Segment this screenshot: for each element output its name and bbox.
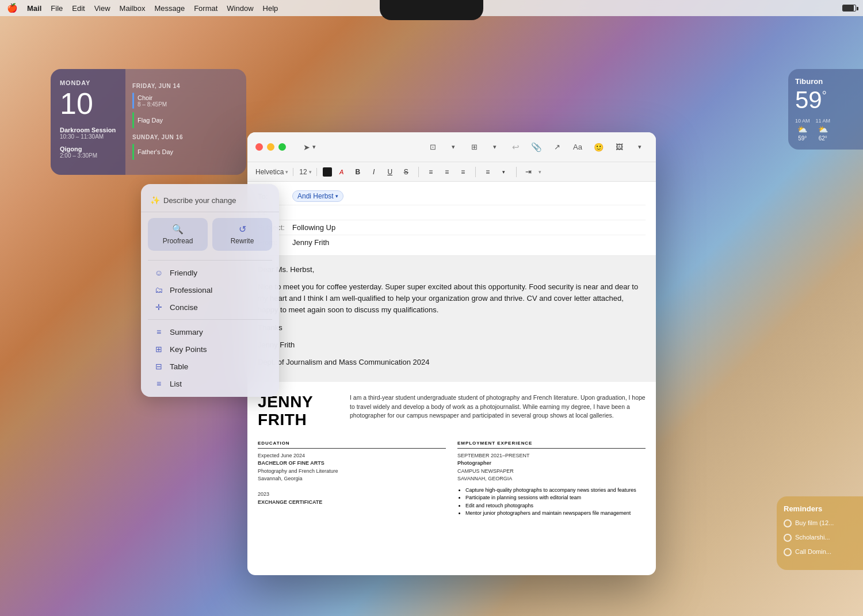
photo-icon[interactable]: 🖼 — [611, 139, 627, 155]
weather-hour-1-time: 10 AM — [795, 118, 810, 124]
undo-icon[interactable]: ↩ — [507, 139, 524, 155]
ai-sparkle-icon: ✨ — [150, 196, 160, 205]
menu-item-message[interactable]: Message — [154, 4, 185, 13]
calendar-event-2-time: 2:00 – 3:30PM — [60, 152, 116, 159]
ai-describe-row[interactable]: ✨ Describe your change — [141, 192, 279, 212]
bold-btn[interactable]: B — [352, 166, 364, 178]
font-size-icon[interactable]: Aa — [570, 139, 586, 155]
mail-window: ➤ ▾ ⊡ ▾ ⊞ ▾ ↩ 📎 ↗ Aa 🙂 🖼 ▾ Helvetica ▾ 1… — [247, 132, 656, 575]
proofread-label: Proofread — [152, 237, 203, 245]
rewrite-button[interactable]: ↺ Rewrite — [212, 218, 272, 251]
concise-icon: ✛ — [154, 303, 164, 312]
reminder-text-3: Call Domin... — [795, 548, 831, 556]
mail-from-row: From: Jenny Frith — [258, 235, 646, 250]
subject-value[interactable]: Following Up — [292, 223, 335, 232]
summary-label: Summary — [170, 328, 203, 336]
to-chip[interactable]: Andi Herbst ▾ — [292, 190, 343, 202]
fullscreen-button[interactable] — [278, 143, 286, 151]
summary-icon: ≡ — [154, 327, 164, 336]
format-dropdown-icon[interactable]: ▾ — [487, 139, 503, 155]
from-value: Jenny Frith — [292, 238, 329, 247]
mail-cc-row: Cc: — [258, 205, 646, 220]
proofread-icon: 🔍 — [152, 224, 203, 235]
menu-item-format[interactable]: Format — [194, 4, 217, 13]
calendar-event-bar-2 — [132, 112, 134, 128]
align-right-btn[interactable]: ≡ — [457, 166, 469, 178]
font-name: Helvetica — [255, 168, 284, 176]
concise-label: Concise — [170, 303, 198, 312]
reminders-title: Reminders — [784, 504, 856, 513]
ai-action-row: 🔍 Proofread ↺ Rewrite — [141, 218, 279, 257]
link-icon[interactable]: ↗ — [549, 139, 565, 155]
indent-btn[interactable]: ⇥ — [522, 166, 535, 178]
list-btn[interactable]: ≡ — [482, 166, 494, 178]
italic-btn[interactable]: I — [368, 166, 380, 178]
calendar-right-panel: FRIDAY, JUN 14 Choir 8 – 8:45PM Flag Day… — [125, 69, 246, 175]
calendar-future-event-choir: Choir 8 – 8:45PM — [132, 93, 239, 109]
toolbar-divider-2 — [475, 167, 476, 177]
strikethrough-format-btn[interactable]: S — [400, 166, 413, 178]
attachment-icon[interactable]: 📎 — [528, 139, 544, 155]
menu-item-edit[interactable]: Edit — [72, 4, 85, 13]
send-button[interactable]: ➤ ▾ — [297, 140, 322, 154]
minimize-button[interactable] — [267, 143, 274, 151]
calendar-event-2-name: Qigong — [60, 146, 116, 152]
ai-friendly-item[interactable]: ☺ Friendly — [144, 264, 276, 281]
calendar-left-panel: MONDAY 10 Darkroom Session 10:30 – 11:30… — [51, 69, 125, 175]
align-center-btn[interactable]: ≡ — [441, 166, 453, 178]
menu-item-mailbox[interactable]: Mailbox — [120, 4, 146, 13]
ai-describe-label: Describe your change — [163, 196, 236, 205]
menu-item-window[interactable]: Window — [227, 4, 253, 13]
proofread-button[interactable]: 🔍 Proofread — [148, 218, 208, 251]
keypoints-icon: ⊞ — [154, 345, 164, 354]
resume-education-section: EDUCATION Expected June 2024 BACHELOR OF… — [258, 441, 446, 518]
compose-icon[interactable]: ⊡ — [425, 139, 441, 155]
mail-resume-attachment: JENNYFRITH I am a third-year student und… — [247, 382, 656, 529]
rewrite-icon: ↺ — [217, 224, 268, 235]
ai-professional-item[interactable]: 🗂 Professional — [144, 281, 276, 299]
strikethrough-btn[interactable]: A — [335, 166, 348, 178]
emoji-icon[interactable]: 🙂 — [590, 139, 606, 155]
resume-education-entry: Expected June 2024 BACHELOR OF FINE ARTS… — [258, 452, 446, 507]
resume-name: JENNYFRITH — [258, 393, 333, 429]
font-size-selector[interactable]: 12 ▾ — [299, 168, 316, 176]
font-selector[interactable]: Helvetica ▾ — [255, 168, 293, 176]
calendar-event-bar-3 — [132, 144, 134, 160]
indent-dropdown[interactable]: ▾ — [539, 169, 541, 175]
ai-summary-item[interactable]: ≡ Summary — [144, 323, 276, 340]
photo-dropdown-icon[interactable]: ▾ — [632, 139, 648, 155]
reminder-text-1: Buy film (12... — [795, 519, 834, 527]
ai-concise-item[interactable]: ✛ Concise — [144, 299, 276, 316]
menu-bar-right — [842, 5, 856, 12]
calendar-future-event-flagday: Flag Day — [132, 112, 239, 128]
compose-dropdown-icon[interactable]: ▾ — [445, 139, 461, 155]
ai-divider-1 — [148, 260, 272, 261]
reminder-text-2: Scholarshi... — [795, 533, 830, 541]
underline-btn[interactable]: U — [384, 166, 396, 178]
menu-item-file[interactable]: File — [51, 4, 63, 13]
calendar-future-day-2: SUNDAY, JUN 16 — [132, 134, 239, 140]
align-left-btn[interactable]: ≡ — [425, 166, 437, 178]
menu-item-help[interactable]: Help — [263, 4, 278, 13]
ai-writing-panel: ✨ Describe your change 🔍 Proofread ↺ Rew… — [141, 184, 279, 397]
mail-body[interactable]: Dear Ms. Herbst, Nice to meet you for co… — [247, 256, 656, 382]
calendar-event-bar-1 — [132, 93, 134, 109]
ai-list-item[interactable]: ≡ List — [144, 375, 276, 392]
resume-bullet-4: Mentor junior photographers and maintain… — [465, 510, 646, 518]
ai-divider-2 — [148, 319, 272, 320]
weather-hour-1: 10 AM ⛅ 59° — [795, 118, 810, 141]
mail-toolbar-icons: ⊡ ▾ ⊞ ▾ ↩ 📎 ↗ Aa 🙂 🖼 ▾ — [425, 139, 648, 155]
apple-menu[interactable]: 🍎 — [7, 3, 18, 13]
list-dropdown-btn[interactable]: ▾ — [498, 166, 510, 178]
menu-item-mail[interactable]: Mail — [27, 4, 41, 13]
ai-keypoints-item[interactable]: ⊞ Key Points — [144, 340, 276, 358]
professional-icon: 🗂 — [154, 285, 164, 294]
format-icon[interactable]: ⊞ — [466, 139, 482, 155]
ai-table-item[interactable]: ⊟ Table — [144, 358, 276, 375]
weather-hour-2: 11 AM ⛅ 62° — [816, 118, 831, 141]
text-color-swatch[interactable] — [323, 167, 332, 177]
calendar-future-event-fathersday: Father's Day — [132, 144, 239, 160]
menu-item-view[interactable]: View — [94, 4, 110, 13]
close-button[interactable] — [255, 143, 263, 151]
list-icon: ≡ — [154, 379, 164, 388]
